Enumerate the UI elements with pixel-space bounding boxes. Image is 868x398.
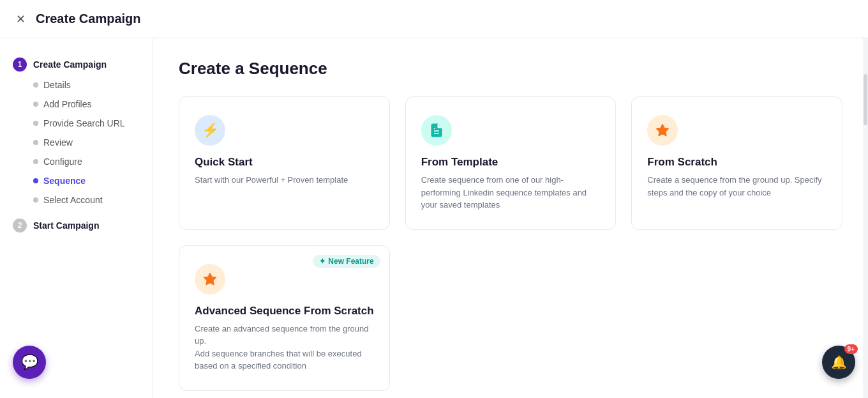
sidebar-item-review[interactable]: Review [0, 133, 153, 152]
dot-add-profiles [33, 102, 38, 107]
from-template-desc: Create sequence from one of our high-per… [421, 174, 601, 211]
dot-configure [33, 159, 38, 164]
sidebar: 1 Create Campaign Details Add Profiles P… [0, 38, 153, 398]
close-button[interactable]: ✕ [13, 11, 28, 27]
card-advanced-sequence[interactable]: ✦ New Feature Advanced Sequence From Scr… [179, 245, 390, 391]
svg-marker-2 [656, 124, 669, 136]
card-from-scratch[interactable]: From Scratch Create a sequence from the … [631, 96, 842, 230]
header-title: Create Campaign [36, 11, 141, 26]
sidebar-group-step2: 2 Start Campaign [0, 215, 153, 236]
sidebar-item-select-account[interactable]: Select Account [0, 190, 153, 210]
advanced-sequence-desc: Create an advanced sequence from the gro… [195, 323, 374, 372]
sidebar-item-sequence-label: Sequence [43, 176, 86, 186]
sidebar-item-details-label: Details [43, 80, 71, 90]
from-scratch-icon [647, 115, 678, 146]
sidebar-item-configure[interactable]: Configure [0, 152, 153, 171]
advanced-sequence-icon [195, 264, 225, 295]
quick-start-title: Quick Start [195, 156, 374, 169]
sidebar-item-add-profiles-label: Add Profiles [43, 99, 91, 109]
dot-provide-search-url [33, 121, 38, 126]
sidebar-item-select-account-label: Select Account [43, 195, 103, 205]
close-icon: ✕ [16, 12, 26, 26]
sidebar-item-review-label: Review [43, 137, 73, 148]
sidebar-item-configure-label: Configure [43, 157, 82, 167]
dot-select-account [33, 197, 38, 203]
new-feature-text: New Feature [328, 257, 373, 266]
sidebar-item-provide-search-url-label: Provide Search URL [43, 118, 125, 128]
star-icon: ✦ [319, 257, 326, 266]
sidebar-item-provide-search-url[interactable]: Provide Search URL [0, 114, 153, 133]
notification-badge: 9+ [844, 344, 858, 354]
card-from-template[interactable]: From Template Create sequence from one o… [405, 96, 617, 230]
cards-grid-row1: ⚡ Quick Start Start with our Powerful + … [179, 96, 842, 230]
step2-label: Start Campaign [33, 220, 99, 231]
advanced-sequence-title: Advanced Sequence From Scratch [195, 305, 374, 318]
quick-start-icon: ⚡ [195, 115, 225, 146]
chat-button[interactable]: 💬 [13, 346, 46, 379]
sidebar-section-step2: 2 Start Campaign [0, 215, 153, 236]
body: 1 Create Campaign Details Add Profiles P… [0, 38, 868, 398]
dot-review [33, 140, 38, 145]
svg-marker-3 [204, 273, 216, 285]
dot-sequence [33, 178, 38, 183]
chat-icon: 💬 [21, 354, 38, 371]
dot-details [33, 82, 38, 88]
sidebar-item-add-profiles[interactable]: Add Profiles [0, 95, 153, 114]
sidebar-section-step1: 1 Create Campaign Details Add Profiles P… [0, 54, 153, 210]
from-scratch-desc: Create a sequence from the ground up. Sp… [647, 174, 827, 199]
page-title: Create a Sequence [179, 59, 842, 79]
card-quick-start[interactable]: ⚡ Quick Start Start with our Powerful + … [179, 96, 390, 230]
quick-start-desc: Start with our Powerful + Proven templat… [195, 174, 374, 187]
scroll-thumb[interactable] [864, 74, 867, 125]
notification-button[interactable]: 🔔 9+ [822, 346, 855, 379]
step2-badge: 2 [13, 218, 27, 233]
sidebar-item-details[interactable]: Details [0, 75, 153, 95]
step1-label: Create Campaign [33, 59, 107, 70]
from-template-icon [421, 115, 452, 146]
header: ✕ Create Campaign [0, 0, 868, 38]
sidebar-group-step1: 1 Create Campaign [0, 54, 153, 75]
from-template-title: From Template [421, 156, 601, 169]
sidebar-item-sequence[interactable]: Sequence [0, 171, 153, 190]
scroll-track [863, 38, 868, 398]
new-feature-badge: ✦ New Feature [313, 255, 380, 268]
from-scratch-title: From Scratch [647, 156, 827, 169]
main-content: Create a Sequence ⚡ Quick Start Start wi… [153, 38, 868, 398]
cards-grid-row2: ✦ New Feature Advanced Sequence From Scr… [179, 245, 842, 391]
step1-badge: 1 [13, 57, 27, 72]
notification-icon: 🔔 [831, 355, 847, 370]
